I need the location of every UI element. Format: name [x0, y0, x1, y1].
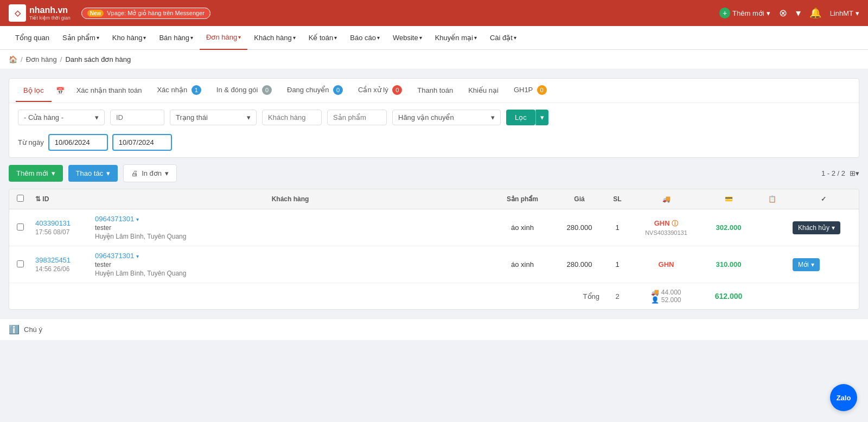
row2-payment: 310.000 — [701, 246, 756, 283]
loc-chevron-button[interactable]: ▾ — [535, 110, 548, 125]
nav-don-hang[interactable]: Đơn hàng ▾ — [200, 26, 247, 50]
badge-dang-chuyen: 0 — [333, 85, 343, 95]
logo-icon: ◇ — [9, 4, 26, 22]
tab-xac-nhan[interactable]: Xác nhận 1 — [149, 79, 208, 103]
nav-khach-hang[interactable]: Khách hàng ▾ — [247, 26, 302, 50]
breadcrumb-home[interactable]: 🏠 — [9, 55, 17, 63]
row1-note — [756, 209, 788, 246]
id-input[interactable] — [110, 110, 164, 125]
nav-ban-hang[interactable]: Bán hàng ▾ — [152, 26, 200, 50]
thao-tac-button[interactable]: Thao tác ▾ — [68, 165, 118, 182]
totals-label: Tổng — [9, 283, 604, 310]
table-row: 403390131 17:56 08/07 0964371301 ▾ teste… — [9, 209, 859, 246]
select-all-checkbox[interactable] — [17, 195, 24, 202]
row1-status-button[interactable]: Khách hủy ▾ — [793, 221, 840, 234]
nav-ke-toan[interactable]: Kế toán ▾ — [302, 26, 344, 50]
tab-khieu-nai[interactable]: Khiếu nại — [461, 80, 506, 102]
chevron-icon[interactable]: ▾ — [796, 7, 801, 19]
payment-icon: 💳 — [725, 195, 733, 203]
row1-phone[interactable]: 0964371301 — [95, 215, 134, 223]
sort-icon: ⇅ — [35, 195, 41, 203]
to-date-input[interactable] — [112, 134, 172, 151]
tab-gh1p[interactable]: GH1P 0 — [506, 79, 554, 103]
row2-check[interactable] — [17, 260, 24, 267]
row1-id: 403390131 17:56 08/07 — [31, 209, 91, 246]
row1-carrier-code: NVS403390131 — [635, 229, 697, 236]
header-checkbox[interactable] — [9, 189, 31, 209]
user-menu[interactable]: LinhMT ▾ — [830, 9, 859, 17]
page-info-text: 1 - 2 / 2 — [821, 169, 845, 177]
badge-can-xu-ly: 0 — [392, 85, 402, 95]
row1-checkbox[interactable] — [9, 209, 31, 246]
tab-in-dong-goi[interactable]: In & đóng gói 0 — [209, 79, 279, 103]
filter-tabs-row: Bộ lọc 📅 Xác nhận thanh toán Xác nhận 1 … — [9, 79, 859, 103]
bell-icon[interactable]: 🔔 — [809, 7, 821, 19]
row2-delivery: GHN — [631, 246, 701, 283]
status-select[interactable]: Trạng thái ▾ — [170, 110, 257, 125]
nav-cai-dat[interactable]: Cài đặt ▾ — [483, 26, 523, 50]
main-nav: Tổng quan Sản phẩm ▾ Kho hàng ▾ Bán hàng… — [0, 26, 868, 50]
plus-icon: + — [719, 8, 730, 18]
row2-phone-chevron[interactable]: ▾ — [136, 253, 139, 259]
row2-checkbox[interactable] — [9, 246, 31, 283]
nav-khuyen-mai[interactable]: Khuyến mại ▾ — [429, 26, 483, 50]
banner-text: Vpage: Mở giỏ hàng trên Messenger — [107, 10, 205, 17]
row2-order-id[interactable]: 398325451 — [35, 256, 86, 264]
tab-thanh-toan[interactable]: Thanh toán — [410, 80, 461, 102]
grid-view-icon[interactable]: ⊞▾ — [850, 169, 859, 177]
calendar-icon[interactable]: 📅 — [52, 80, 69, 101]
breadcrumb-don-hang[interactable]: Đơn hàng — [26, 55, 57, 63]
row2-status: Mới ▾ — [788, 246, 859, 283]
nav-tong-quan[interactable]: Tổng quan — [9, 26, 56, 50]
from-date-input[interactable] — [48, 134, 108, 151]
them-moi-button[interactable]: Thêm mới ▾ — [9, 165, 63, 182]
close-circle-icon[interactable]: ⊗ — [779, 7, 787, 19]
date-row: Từ ngày — [9, 132, 859, 157]
check-icon: ✓ — [821, 195, 826, 203]
in-don-label: In đơn — [142, 169, 162, 177]
header-price: Giá — [555, 189, 604, 209]
nav-website[interactable]: Website ▾ — [386, 26, 429, 50]
add-new-chevron: ▾ — [767, 9, 770, 17]
top-nav-banner[interactable]: New Vpage: Mở giỏ hàng trên Messenger — [81, 8, 210, 19]
in-don-button[interactable]: 🖨 In đơn ▾ — [123, 164, 177, 182]
store-select[interactable]: - Cửa hàng - ▾ — [18, 110, 105, 125]
new-badge: New — [87, 10, 104, 17]
badge-gh1p: 0 — [537, 85, 547, 95]
tab-can-xu-ly[interactable]: Cần xử lý 0 — [350, 79, 410, 103]
tab-xac-nhan-tt[interactable]: Xác nhận thanh toán — [69, 80, 150, 102]
carrier-select[interactable]: Hãng vận chuyển ▾ — [392, 110, 501, 125]
tab-dang-chuyen[interactable]: Đang chuyển 0 — [279, 79, 350, 103]
header-id[interactable]: ⇅ ID — [31, 189, 91, 209]
filter-row: - Cửa hàng - ▾ Trạng thái ▾ Hãng vận chu… — [9, 103, 859, 132]
row1-order-time: 17:56 08/07 — [35, 228, 86, 236]
row1-phone-chevron[interactable]: ▾ — [136, 216, 139, 222]
customer-input[interactable] — [262, 110, 322, 125]
row1-payment-amount: 302.000 — [716, 223, 742, 232]
loc-button[interactable]: Lọc — [506, 110, 535, 125]
row1-order-id[interactable]: 403390131 — [35, 219, 86, 227]
status-chevron: ▾ — [247, 113, 251, 122]
bottom-bar: ℹ️ Chú ý — [0, 318, 868, 340]
row2-product: áo xinh — [490, 246, 555, 283]
row2-customer: 0964371301 ▾ tester Huyện Lâm Bình, Tuyê… — [91, 246, 490, 283]
row2-status-button[interactable]: Mới ▾ — [793, 258, 820, 271]
orders-table: ⇅ ID Khách hàng Sản phẩm Giá SL — [9, 189, 859, 309]
nav-san-pham[interactable]: Sản phẩm ▾ — [56, 26, 106, 50]
logo[interactable]: ◇ nhanh.vn Tiết kiệm thời gian — [9, 4, 71, 22]
status-label: Trạng thái — [176, 113, 208, 122]
bottom-bar-label: Chú ý — [24, 325, 42, 334]
row1-check[interactable] — [17, 223, 24, 231]
tab-bo-loc[interactable]: Bộ lọc — [16, 80, 52, 102]
header-id-label: ID — [42, 195, 49, 203]
logo-text: nhanh.vn — [29, 5, 71, 15]
nav-kho-hang[interactable]: Kho hàng ▾ — [106, 26, 153, 50]
nav-bao-cao[interactable]: Báo cáo ▾ — [343, 26, 386, 50]
row2-phone[interactable]: 0964371301 — [95, 252, 134, 260]
row2-payment-amount: 310.000 — [716, 260, 742, 268]
row2-note — [756, 246, 788, 283]
product-input[interactable] — [327, 110, 387, 125]
row1-product: áo xinh — [490, 209, 555, 246]
loc-button-wrap: Lọc ▾ — [506, 110, 548, 125]
add-new-button[interactable]: + Thêm mới ▾ — [719, 8, 770, 18]
